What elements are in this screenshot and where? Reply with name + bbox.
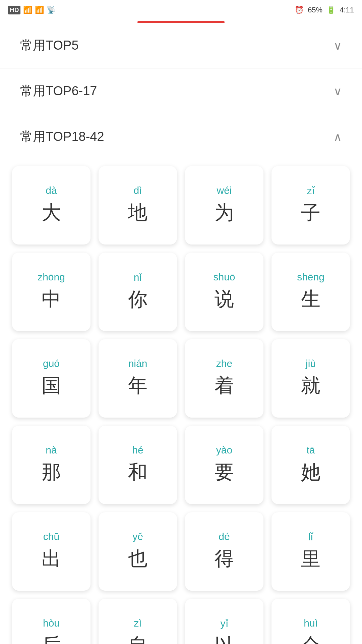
char-hanzi-着: 着 [215,373,234,399]
char-card-自[interactable]: zì 自 [99,599,177,644]
char-pinyin-国: guó [43,358,60,369]
char-hanzi-和: 和 [128,459,147,485]
char-hanzi-自: 自 [128,632,147,644]
char-grid: dà 大 dì 地 wéi 为 zǐ 子 zhōng 中 nǐ 你 shuō 说… [12,166,350,644]
char-pinyin-她: tā [306,444,315,456]
char-card-国[interactable]: guó 国 [12,339,90,418]
char-card-地[interactable]: dì 地 [99,166,177,245]
chevron-up-icon: ∧ [334,130,342,144]
char-pinyin-地: dì [133,185,142,196]
char-hanzi-中: 中 [42,286,61,312]
wifi-icon: 📡 [47,6,56,14]
chevron-down-icon: ∨ [334,85,342,98]
char-hanzi-里: 里 [301,546,320,572]
char-hanzi-为: 为 [215,200,234,226]
char-card-后[interactable]: hòu 后 [12,599,90,644]
char-card-中[interactable]: zhōng 中 [12,253,90,331]
char-card-得[interactable]: dé 得 [185,512,263,591]
char-pinyin-要: yào [216,444,232,456]
char-pinyin-为: wéi [217,185,232,196]
char-pinyin-后: hòu [43,618,60,629]
char-pinyin-会: huì [304,618,318,629]
char-hanzi-地: 地 [128,200,147,226]
char-hanzi-你: 你 [128,286,147,313]
chevron-down-icon: ∨ [334,39,342,52]
char-hanzi-就: 就 [301,373,320,399]
char-pinyin-你: nǐ [134,271,142,283]
char-hanzi-得: 得 [215,546,234,572]
battery-icon: 🔋 [326,6,336,14]
char-card-着[interactable]: zhe 着 [185,339,263,418]
char-hanzi-说: 说 [215,286,234,312]
char-pinyin-就: jiù [306,358,316,369]
char-hanzi-出: 出 [42,546,61,572]
char-card-会[interactable]: huì 会 [272,599,350,644]
char-card-和[interactable]: hé 和 [99,426,177,504]
char-card-说[interactable]: shuō 说 [185,253,263,331]
char-pinyin-说: shuō [213,271,235,283]
char-card-大[interactable]: dà 大 [12,166,90,245]
char-pinyin-生: shēng [297,271,324,283]
char-card-生[interactable]: shēng 生 [272,253,350,331]
char-pinyin-得: dé [219,531,230,542]
char-card-以[interactable]: yǐ 以 [185,599,263,644]
char-hanzi-那: 那 [42,459,61,485]
char-card-子[interactable]: zǐ 子 [272,166,350,245]
char-card-也[interactable]: yě 也 [99,512,177,591]
section-top6-17-label: 常用TOP6-17 [20,83,97,100]
char-pinyin-以: yǐ [221,618,228,629]
char-hanzi-要: 要 [215,459,234,485]
char-card-要[interactable]: yào 要 [185,426,263,504]
char-card-出[interactable]: chū 出 [12,512,90,591]
time-display: 4:11 [340,6,354,14]
section-top5[interactable]: 常用TOP5 ∨ [0,23,362,68]
section-top5-label: 常用TOP5 [20,37,79,54]
signal-4g-1: 📶 [23,6,32,14]
char-pinyin-和: hé [132,444,143,456]
char-pinyin-中: zhōng [38,271,65,283]
expanded-char-grid-container: dà 大 dì 地 wéi 为 zǐ 子 zhōng 中 nǐ 你 shuō 说… [0,159,362,644]
status-left: HD 📶 📶 📡 [8,6,56,14]
signal-4g-2: 📶 [35,6,44,14]
char-pinyin-那: nà [46,444,57,456]
char-card-她[interactable]: tā 她 [272,426,350,504]
status-right: ⏰ 65% 🔋 4:11 [295,6,354,14]
status-bar: HD 📶 📶 📡 ⏰ 65% 🔋 4:11 [0,0,362,20]
alarm-icon: ⏰ [295,6,304,14]
char-hanzi-也: 也 [128,546,147,572]
section-top18-42-label: 常用TOP18-42 [20,128,104,145]
char-card-你[interactable]: nǐ 你 [99,253,177,331]
char-hanzi-生: 生 [301,286,320,312]
char-pinyin-自: zì [134,618,141,629]
char-hanzi-子: 子 [301,200,320,226]
char-pinyin-子: zǐ [307,185,315,197]
char-card-里[interactable]: lǐ 里 [272,512,350,591]
char-pinyin-大: dà [46,185,57,196]
char-pinyin-着: zhe [216,358,232,369]
char-hanzi-以: 以 [215,633,234,644]
hd-icon: HD [8,6,20,14]
battery-text: 65% [308,6,322,14]
char-hanzi-后: 后 [42,632,61,644]
char-card-那[interactable]: nà 那 [12,426,90,504]
section-top6-17[interactable]: 常用TOP6-17 ∨ [0,68,362,114]
char-pinyin-出: chū [43,531,59,542]
char-card-年[interactable]: nián 年 [99,339,177,418]
section-top18-42[interactable]: 常用TOP18-42 ∧ [0,114,362,159]
char-pinyin-也: yě [132,531,143,542]
char-card-就[interactable]: jiù 就 [272,339,350,418]
char-card-为[interactable]: wéi 为 [185,166,263,245]
char-hanzi-大: 大 [42,200,61,226]
char-pinyin-里: lǐ [308,531,313,543]
char-hanzi-年: 年 [128,373,147,399]
red-indicator [137,21,225,23]
char-pinyin-年: nián [128,358,147,369]
indicator-bar [0,20,362,23]
char-hanzi-会: 会 [301,632,320,644]
char-hanzi-国: 国 [42,373,61,399]
char-hanzi-她: 她 [301,459,320,485]
